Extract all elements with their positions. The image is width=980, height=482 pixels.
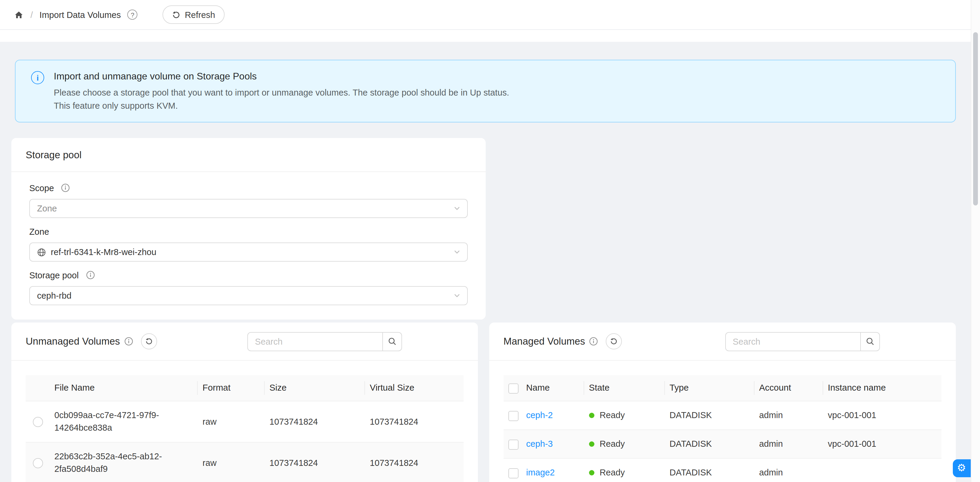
breadcrumb-separator: / — [30, 10, 33, 19]
breadcrumb: Import Data Volumes — [40, 10, 121, 19]
home-icon[interactable] — [14, 10, 24, 19]
state-label: Ready — [600, 439, 625, 449]
virtual-size-cell: 1073741824 — [365, 442, 464, 482]
breadcrumb-row: / Import Data Volumes ? Refresh — [0, 0, 980, 30]
info-icon[interactable] — [61, 183, 70, 192]
state-cell: Ready — [584, 458, 665, 482]
reload-icon — [172, 10, 181, 19]
storage-pool-select[interactable]: ceph-rbd — [29, 286, 468, 305]
info-icon[interactable] — [86, 270, 95, 280]
type-cell: DATADISK — [665, 458, 754, 482]
account-cell: admin — [754, 401, 823, 430]
alert-description-line2: This feature only supports KVM. — [54, 99, 509, 112]
column-header[interactable]: Instance name — [823, 375, 942, 401]
info-glyph: i — [37, 73, 38, 82]
content-area: i Import and unmanage volume on Storage … — [0, 42, 980, 482]
volume-name-link[interactable]: ceph-2 — [526, 410, 553, 420]
gear-icon: ⚙ — [957, 459, 966, 477]
unmanaged-card-header: Unmanaged Volumes — [11, 323, 478, 361]
volume-name-link[interactable]: ceph-3 — [526, 439, 553, 449]
column-header[interactable]: File Name — [49, 375, 198, 401]
size-cell: 1073741824 — [265, 401, 365, 442]
refresh-label: Refresh — [185, 10, 215, 19]
column-header[interactable]: Size — [265, 375, 365, 401]
table-row[interactable]: image2 Ready DATADISK admin — [504, 458, 942, 482]
chevron-down-icon — [453, 205, 461, 212]
storage-pool-form: Scope Zone Zone — [11, 172, 486, 320]
globe-icon — [37, 248, 46, 256]
unmanaged-search-input[interactable] — [247, 332, 382, 351]
info-icon[interactable] — [124, 337, 133, 346]
file-name-cell: 22b63c2b-352a-4ec5-ab12-2fa508d4baf9 — [49, 442, 198, 482]
instance-cell: vpc-001-001 — [823, 430, 942, 458]
select-all-checkbox[interactable] — [508, 383, 519, 393]
pool-field: Storage pool ceph-rbd — [29, 269, 468, 305]
type-cell: DATADISK — [665, 430, 754, 458]
managed-volumes-card: Managed Volumes — [489, 323, 956, 482]
alert-description-line1: Please choose a storage pool that you wa… — [54, 87, 509, 99]
zone-field: Zone ref-trl-6341-k-Mr8-wei-zhou — [29, 225, 468, 262]
instance-cell: vpc-001-001 — [823, 401, 942, 430]
storage-pool-card-title: Storage pool — [26, 149, 81, 161]
managed-search-input[interactable] — [725, 332, 860, 351]
info-circle-icon: i — [31, 71, 44, 84]
managed-refresh-button[interactable] — [606, 333, 622, 349]
unmanaged-refresh-button[interactable] — [141, 333, 157, 349]
column-header[interactable]: State — [584, 375, 665, 401]
column-header[interactable]: Account — [754, 375, 823, 401]
vertical-scrollbar[interactable] — [970, 0, 980, 482]
chevron-down-icon — [453, 248, 461, 256]
table-row[interactable]: ceph-2 Ready DATADISK admin vpc-001-001 — [504, 401, 942, 430]
table-row[interactable]: 22b63c2b-352a-4ec5-ab12-2fa508d4baf9 raw… — [26, 442, 464, 482]
pool-field-label-row: Storage pool — [29, 269, 468, 281]
state-label: Ready — [600, 410, 625, 420]
table-row[interactable]: 0cb099aa-cc7e-4721-97f9-14264bce838a raw… — [26, 401, 464, 442]
info-icon[interactable] — [589, 337, 598, 346]
pool-label: Storage pool — [29, 270, 79, 280]
row-radio[interactable] — [33, 458, 43, 468]
status-dot-icon — [589, 441, 594, 447]
scope-field: Scope Zone — [29, 181, 468, 218]
scope-select-value: Zone — [37, 204, 57, 213]
instance-cell — [823, 458, 942, 482]
type-cell: DATADISK — [665, 401, 754, 430]
row-radio[interactable] — [33, 417, 43, 427]
help-glyph: ? — [131, 11, 134, 18]
managed-card-header: Managed Volumes — [489, 323, 956, 361]
search-icon[interactable] — [382, 332, 402, 351]
alert-body: Import and unmanage volume on Storage Po… — [54, 70, 509, 112]
info-alert: i Import and unmanage volume on Storage … — [15, 60, 956, 122]
managed-table: Name State Type Account Instance name ce… — [489, 361, 956, 482]
unmanaged-card-title: Unmanaged Volumes — [26, 336, 120, 347]
alert-title: Import and unmanage volume on Storage Po… — [54, 70, 509, 83]
storage-pool-select-value: ceph-rbd — [37, 291, 72, 301]
zone-label: Zone — [29, 227, 49, 236]
search-icon[interactable] — [860, 332, 880, 351]
scrollbar-thumb[interactable] — [973, 32, 978, 205]
format-cell: raw — [198, 442, 265, 482]
column-header[interactable]: Format — [198, 375, 265, 401]
select-all-header — [504, 375, 522, 401]
column-header[interactable]: Name — [522, 375, 584, 401]
volume-name-link[interactable]: image2 — [526, 468, 555, 477]
state-cell: Ready — [584, 401, 665, 430]
zone-select[interactable]: ref-trl-6341-k-Mr8-wei-zhou — [29, 242, 468, 262]
scope-field-label-row: Scope — [29, 181, 468, 194]
radio-column-header — [26, 375, 49, 401]
row-checkbox[interactable] — [508, 410, 519, 421]
settings-fab[interactable]: ⚙ — [953, 459, 970, 477]
chevron-down-icon — [453, 292, 461, 299]
refresh-button[interactable]: Refresh — [163, 5, 225, 24]
status-dot-icon — [589, 413, 594, 418]
table-row[interactable]: ceph-3 Ready DATADISK admin vpc-001-001 — [504, 430, 942, 458]
help-icon[interactable]: ? — [127, 10, 138, 20]
column-header[interactable]: Virtual Size — [365, 375, 464, 401]
row-checkbox[interactable] — [508, 439, 519, 449]
scope-select[interactable]: Zone — [29, 199, 468, 218]
unmanaged-volumes-card: Unmanaged Volumes — [11, 323, 478, 482]
size-cell: 1073741824 — [265, 442, 365, 482]
row-checkbox[interactable] — [508, 468, 519, 478]
unmanaged-search — [247, 332, 402, 351]
column-header[interactable]: Type — [665, 375, 754, 401]
file-name-cell: 0cb099aa-cc7e-4721-97f9-14264bce838a — [49, 401, 198, 442]
